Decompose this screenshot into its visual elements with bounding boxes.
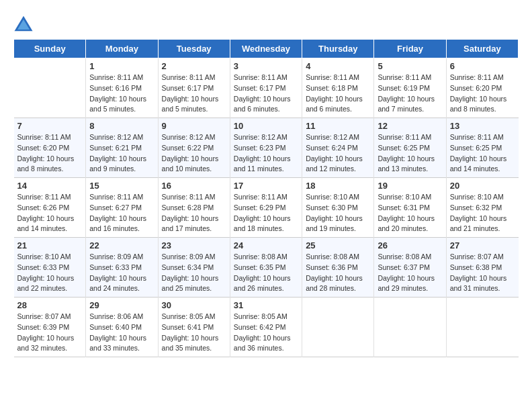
calendar-cell xyxy=(14,58,86,118)
day-info: Sunrise: 8:08 AMSunset: 6:35 PMDaylight:… xyxy=(234,252,298,294)
day-info: Sunrise: 8:11 AMSunset: 6:18 PMDaylight:… xyxy=(306,73,370,115)
calendar-cell: 24Sunrise: 8:08 AMSunset: 6:35 PMDayligh… xyxy=(230,238,302,298)
day-number: 28 xyxy=(17,300,83,310)
day-number: 27 xyxy=(450,240,515,250)
day-info: Sunrise: 8:10 AMSunset: 6:32 PMDaylight:… xyxy=(450,192,515,234)
day-number: 11 xyxy=(306,121,370,131)
day-info: Sunrise: 8:11 AMSunset: 6:29 PMDaylight:… xyxy=(234,192,298,234)
day-number: 15 xyxy=(89,181,154,191)
header-cell-thursday: Thursday xyxy=(302,40,374,58)
logo xyxy=(13,13,35,34)
day-info: Sunrise: 8:08 AMSunset: 6:36 PMDaylight:… xyxy=(306,252,370,294)
calendar-cell: 1Sunrise: 8:11 AMSunset: 6:16 PMDaylight… xyxy=(86,58,158,118)
calendar-cell: 2Sunrise: 8:11 AMSunset: 6:17 PMDaylight… xyxy=(158,58,230,118)
day-number: 31 xyxy=(234,300,298,310)
day-info: Sunrise: 8:09 AMSunset: 6:34 PMDaylight:… xyxy=(162,252,226,294)
header-cell-saturday: Saturday xyxy=(446,40,518,58)
day-info: Sunrise: 8:11 AMSunset: 6:17 PMDaylight:… xyxy=(162,73,226,115)
calendar-cell xyxy=(302,298,374,357)
day-number: 13 xyxy=(450,121,515,131)
day-number: 16 xyxy=(162,181,226,191)
day-info: Sunrise: 8:05 AMSunset: 6:41 PMDaylight:… xyxy=(162,312,226,354)
day-info: Sunrise: 8:09 AMSunset: 6:33 PMDaylight:… xyxy=(89,252,154,294)
day-number: 20 xyxy=(450,181,515,191)
day-info: Sunrise: 8:06 AMSunset: 6:40 PMDaylight:… xyxy=(89,312,154,354)
calendar-cell xyxy=(374,298,446,357)
day-number: 30 xyxy=(162,300,226,310)
calendar-cell: 17Sunrise: 8:11 AMSunset: 6:29 PMDayligh… xyxy=(230,178,302,238)
calendar-body: 1Sunrise: 8:11 AMSunset: 6:16 PMDaylight… xyxy=(14,58,519,357)
header-cell-wednesday: Wednesday xyxy=(230,40,302,58)
calendar-table: SundayMondayTuesdayWednesdayThursdayFrid… xyxy=(13,39,519,357)
day-number: 3 xyxy=(234,61,298,71)
calendar-week-5: 28Sunrise: 8:07 AMSunset: 6:39 PMDayligh… xyxy=(14,298,519,357)
calendar-cell: 20Sunrise: 8:10 AMSunset: 6:32 PMDayligh… xyxy=(446,178,518,238)
day-number: 2 xyxy=(162,61,226,71)
day-number: 4 xyxy=(306,61,370,71)
day-info: Sunrise: 8:12 AMSunset: 6:21 PMDaylight:… xyxy=(89,132,154,175)
day-info: Sunrise: 8:11 AMSunset: 6:20 PMDaylight:… xyxy=(450,73,515,115)
header-cell-friday: Friday xyxy=(374,40,446,58)
day-number: 25 xyxy=(306,240,370,250)
calendar-cell: 29Sunrise: 8:06 AMSunset: 6:40 PMDayligh… xyxy=(86,298,158,357)
calendar-cell: 28Sunrise: 8:07 AMSunset: 6:39 PMDayligh… xyxy=(14,298,86,357)
day-number: 22 xyxy=(89,240,154,250)
day-number: 1 xyxy=(89,61,154,71)
day-info: Sunrise: 8:11 AMSunset: 6:16 PMDaylight:… xyxy=(89,73,154,115)
day-info: Sunrise: 8:12 AMSunset: 6:23 PMDaylight:… xyxy=(234,132,298,175)
calendar-cell: 27Sunrise: 8:07 AMSunset: 6:38 PMDayligh… xyxy=(446,238,518,298)
day-number: 7 xyxy=(17,121,83,131)
day-number: 21 xyxy=(17,240,83,250)
calendar-cell: 8Sunrise: 8:12 AMSunset: 6:21 PMDaylight… xyxy=(86,118,158,178)
day-number: 5 xyxy=(378,61,442,71)
header-cell-monday: Monday xyxy=(86,40,158,58)
day-number: 9 xyxy=(162,121,226,131)
day-info: Sunrise: 8:10 AMSunset: 6:33 PMDaylight:… xyxy=(17,252,83,294)
calendar-cell: 15Sunrise: 8:11 AMSunset: 6:27 PMDayligh… xyxy=(86,178,158,238)
calendar-cell: 3Sunrise: 8:11 AMSunset: 6:17 PMDaylight… xyxy=(230,58,302,118)
day-info: Sunrise: 8:11 AMSunset: 6:19 PMDaylight:… xyxy=(378,73,442,115)
day-info: Sunrise: 8:11 AMSunset: 6:20 PMDaylight:… xyxy=(17,132,83,175)
day-info: Sunrise: 8:11 AMSunset: 6:25 PMDaylight:… xyxy=(450,132,515,175)
day-number: 23 xyxy=(162,240,226,250)
day-info: Sunrise: 8:07 AMSunset: 6:39 PMDaylight:… xyxy=(17,312,83,354)
calendar-cell: 18Sunrise: 8:10 AMSunset: 6:30 PMDayligh… xyxy=(302,178,374,238)
day-number: 19 xyxy=(378,181,442,191)
day-info: Sunrise: 8:12 AMSunset: 6:22 PMDaylight:… xyxy=(162,132,226,175)
day-info: Sunrise: 8:12 AMSunset: 6:24 PMDaylight:… xyxy=(306,132,370,175)
day-info: Sunrise: 8:11 AMSunset: 6:25 PMDaylight:… xyxy=(378,132,442,175)
day-number: 24 xyxy=(234,240,298,250)
calendar-cell: 10Sunrise: 8:12 AMSunset: 6:23 PMDayligh… xyxy=(230,118,302,178)
calendar-cell: 31Sunrise: 8:05 AMSunset: 6:42 PMDayligh… xyxy=(230,298,302,357)
calendar-cell: 6Sunrise: 8:11 AMSunset: 6:20 PMDaylight… xyxy=(446,58,518,118)
calendar-week-4: 21Sunrise: 8:10 AMSunset: 6:33 PMDayligh… xyxy=(14,238,519,298)
calendar-header: SundayMondayTuesdayWednesdayThursdayFrid… xyxy=(14,40,519,58)
calendar-cell: 19Sunrise: 8:10 AMSunset: 6:31 PMDayligh… xyxy=(374,178,446,238)
day-info: Sunrise: 8:11 AMSunset: 6:27 PMDaylight:… xyxy=(89,192,154,234)
day-number: 17 xyxy=(234,181,298,191)
calendar-cell: 16Sunrise: 8:11 AMSunset: 6:28 PMDayligh… xyxy=(158,178,230,238)
calendar-cell: 23Sunrise: 8:09 AMSunset: 6:34 PMDayligh… xyxy=(158,238,230,298)
day-info: Sunrise: 8:11 AMSunset: 6:17 PMDaylight:… xyxy=(234,73,298,115)
day-info: Sunrise: 8:05 AMSunset: 6:42 PMDaylight:… xyxy=(234,312,298,354)
logo-icon xyxy=(13,13,34,34)
day-number: 26 xyxy=(378,240,442,250)
calendar-cell: 22Sunrise: 8:09 AMSunset: 6:33 PMDayligh… xyxy=(86,238,158,298)
header-cell-sunday: Sunday xyxy=(14,40,86,58)
day-number: 29 xyxy=(89,300,154,310)
day-number: 12 xyxy=(378,121,442,131)
header-cell-tuesday: Tuesday xyxy=(158,40,230,58)
calendar-cell: 4Sunrise: 8:11 AMSunset: 6:18 PMDaylight… xyxy=(302,58,374,118)
day-info: Sunrise: 8:08 AMSunset: 6:37 PMDaylight:… xyxy=(378,252,442,294)
day-info: Sunrise: 8:11 AMSunset: 6:26 PMDaylight:… xyxy=(17,192,83,234)
calendar-cell: 21Sunrise: 8:10 AMSunset: 6:33 PMDayligh… xyxy=(14,238,86,298)
day-info: Sunrise: 8:07 AMSunset: 6:38 PMDaylight:… xyxy=(450,252,515,294)
header-row: SundayMondayTuesdayWednesdayThursdayFrid… xyxy=(14,40,519,58)
day-number: 14 xyxy=(17,181,83,191)
calendar-cell: 9Sunrise: 8:12 AMSunset: 6:22 PMDaylight… xyxy=(158,118,230,178)
calendar-cell: 30Sunrise: 8:05 AMSunset: 6:41 PMDayligh… xyxy=(158,298,230,357)
page-header xyxy=(13,13,519,34)
calendar-week-2: 7Sunrise: 8:11 AMSunset: 6:20 PMDaylight… xyxy=(14,118,519,178)
calendar-cell: 11Sunrise: 8:12 AMSunset: 6:24 PMDayligh… xyxy=(302,118,374,178)
day-number: 8 xyxy=(89,121,154,131)
